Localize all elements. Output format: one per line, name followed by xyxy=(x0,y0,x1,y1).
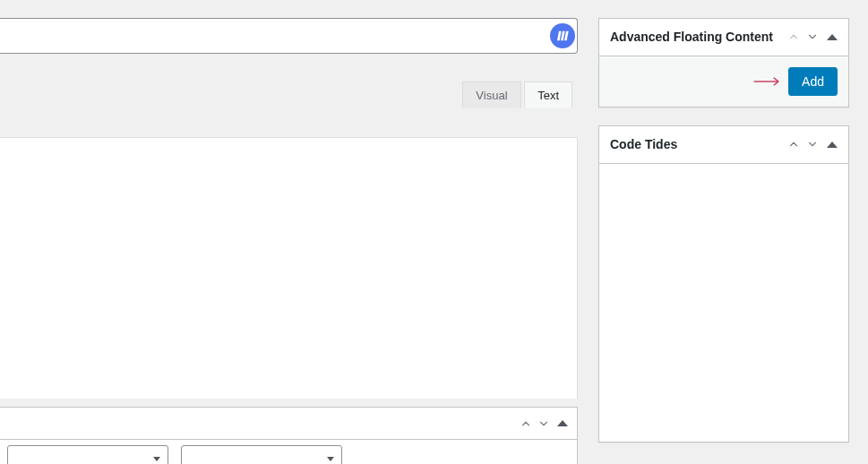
metabox-title: Advanced Floating Content xyxy=(610,29,787,46)
move-up-icon[interactable] xyxy=(787,138,800,150)
lower-metabox-header xyxy=(0,408,577,440)
add-button[interactable]: Add xyxy=(788,67,838,96)
lower-select-2[interactable] xyxy=(181,445,342,464)
editor-mode-tabs: Visual Text xyxy=(0,79,578,108)
move-down-icon[interactable] xyxy=(806,30,819,43)
move-down-icon[interactable] xyxy=(537,417,550,430)
tab-visual[interactable]: Visual xyxy=(462,82,520,108)
metabox-code-tides: Code Tides xyxy=(598,125,849,443)
lower-select-1[interactable] xyxy=(7,445,168,464)
metabox-advanced-floating-content: Advanced Floating Content Add xyxy=(598,18,849,107)
main-editor-column: Visual Text xyxy=(0,0,580,464)
post-content-editor[interactable] xyxy=(0,137,578,399)
metabox-controls xyxy=(787,138,838,150)
move-up-icon[interactable] xyxy=(520,417,532,430)
metabox-body: Add xyxy=(599,56,848,107)
hash-bars-icon xyxy=(555,29,570,43)
toggle-panel-icon[interactable] xyxy=(557,420,568,426)
arrow-annotation-icon xyxy=(752,75,783,88)
tab-text[interactable]: Text xyxy=(524,82,572,108)
sidebar-column: Advanced Floating Content Add xyxy=(598,18,849,460)
lower-metabox xyxy=(0,407,578,464)
move-down-icon[interactable] xyxy=(806,138,819,150)
lower-metabox-controls xyxy=(0,440,577,464)
toggle-panel-icon[interactable] xyxy=(827,34,838,40)
metabox-controls xyxy=(787,30,838,43)
title-icon-button[interactable] xyxy=(550,23,575,48)
post-title-input[interactable] xyxy=(0,18,578,54)
metabox-title: Code Tides xyxy=(610,136,787,153)
metabox-header: Code Tides xyxy=(599,126,848,164)
metabox-body xyxy=(599,164,848,442)
metabox-header: Advanced Floating Content xyxy=(599,19,848,56)
move-up-icon[interactable] xyxy=(787,30,800,43)
toggle-panel-icon[interactable] xyxy=(827,142,838,148)
